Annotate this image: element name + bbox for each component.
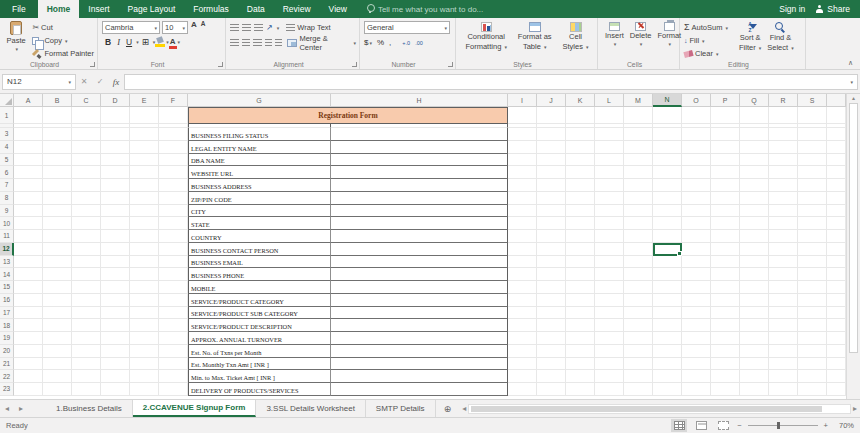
column-header-O[interactable]: O: [682, 94, 711, 107]
cell-N13[interactable]: [653, 256, 682, 269]
cell-J9[interactable]: [537, 205, 566, 218]
cell-I22[interactable]: [508, 370, 537, 383]
cell-E5[interactable]: [130, 154, 159, 167]
share-button[interactable]: Share: [815, 4, 850, 14]
cell-A13[interactable]: [14, 256, 43, 269]
cell-N1[interactable]: [653, 107, 682, 124]
cell-S21[interactable]: [798, 358, 827, 371]
column-header-R[interactable]: R: [769, 94, 798, 107]
hscroll-left-icon[interactable]: ◂: [462, 404, 466, 413]
orientation-button[interactable]: ↗: [266, 23, 273, 32]
cell-L1[interactable]: [595, 107, 624, 124]
cell-R21[interactable]: [769, 358, 798, 371]
cell-R18[interactable]: [769, 319, 798, 332]
tab-home[interactable]: Home: [38, 0, 80, 18]
cell-B19[interactable]: [43, 332, 72, 345]
cell-I13[interactable]: [508, 256, 537, 269]
cell-Q3[interactable]: [740, 128, 769, 141]
column-header-S[interactable]: S: [798, 94, 827, 107]
cell-O22[interactable]: [682, 370, 711, 383]
cell-S20[interactable]: [798, 345, 827, 358]
row-header-15[interactable]: 15: [0, 281, 14, 294]
cell-A23[interactable]: [14, 383, 43, 396]
cell-C8[interactable]: [72, 192, 101, 205]
cell-I6[interactable]: [508, 166, 537, 179]
cell-E11[interactable]: [130, 230, 159, 243]
cell-S23[interactable]: [798, 383, 827, 396]
cell-J15[interactable]: [537, 281, 566, 294]
cell-L3[interactable]: [595, 128, 624, 141]
cell-x14[interactable]: [827, 268, 846, 281]
cell-E7[interactable]: [130, 179, 159, 192]
insert-cells-button[interactable]: Insert ▾: [602, 21, 627, 48]
cell-Q18[interactable]: [740, 319, 769, 332]
cell-C15[interactable]: [72, 281, 101, 294]
cell-R9[interactable]: [769, 205, 798, 218]
cell-S1[interactable]: [798, 107, 827, 124]
cell-H23[interactable]: [331, 383, 508, 396]
name-box-dropdown-icon[interactable]: ▾: [68, 79, 71, 85]
vertical-scroll-thumb[interactable]: [849, 103, 858, 353]
cell-G12[interactable]: BUSINESS CONTACT PERSON: [188, 243, 331, 256]
cell-K4[interactable]: [566, 141, 595, 154]
alignment-dialog-launcher[interactable]: [352, 62, 357, 67]
cell-K6[interactable]: [566, 166, 595, 179]
cell-C16[interactable]: [72, 294, 101, 307]
cell-J1[interactable]: [537, 107, 566, 124]
cell-C9[interactable]: [72, 205, 101, 218]
cell-I12[interactable]: [508, 243, 537, 256]
cell-O3[interactable]: [682, 128, 711, 141]
cell-F10[interactable]: [159, 217, 188, 230]
cell-x7[interactable]: [827, 179, 846, 192]
cell-E8[interactable]: [130, 192, 159, 205]
cell-x17[interactable]: [827, 307, 846, 320]
cell-B6[interactable]: [43, 166, 72, 179]
cell-L12[interactable]: [595, 243, 624, 256]
cell-I4[interactable]: [508, 141, 537, 154]
cell-P20[interactable]: [711, 345, 740, 358]
cell-D6[interactable]: [101, 166, 130, 179]
fill-button[interactable]: ↓ Fill ▾: [684, 34, 736, 47]
cell-I23[interactable]: [508, 383, 537, 396]
cell-L6[interactable]: [595, 166, 624, 179]
cell-A22[interactable]: [14, 370, 43, 383]
increase-indent-icon[interactable]: [275, 39, 282, 46]
cell-J4[interactable]: [537, 141, 566, 154]
cell-I7[interactable]: [508, 179, 537, 192]
row-header-6[interactable]: 6: [0, 166, 14, 179]
cell-F1[interactable]: [159, 107, 188, 124]
cell-H6[interactable]: [331, 166, 508, 179]
cell-A19[interactable]: [14, 332, 43, 345]
cell-D4[interactable]: [101, 141, 130, 154]
format-as-table-button[interactable]: Format as Table ▾: [515, 21, 555, 52]
cell-L8[interactable]: [595, 192, 624, 205]
hscroll-track[interactable]: [468, 404, 851, 414]
cell-D7[interactable]: [101, 179, 130, 192]
cell-Q12[interactable]: [740, 243, 769, 256]
cell-C17[interactable]: [72, 307, 101, 320]
cell-O8[interactable]: [682, 192, 711, 205]
cell-Q7[interactable]: [740, 179, 769, 192]
cell-D3[interactable]: [101, 128, 130, 141]
cell-Q13[interactable]: [740, 256, 769, 269]
font-dialog-launcher[interactable]: [218, 62, 223, 67]
cell-D15[interactable]: [101, 281, 130, 294]
cell-R4[interactable]: [769, 141, 798, 154]
cell-Q23[interactable]: [740, 383, 769, 396]
cell-R3[interactable]: [769, 128, 798, 141]
cell-L18[interactable]: [595, 319, 624, 332]
cell-Q16[interactable]: [740, 294, 769, 307]
column-header-B[interactable]: B: [43, 94, 72, 107]
cell-D16[interactable]: [101, 294, 130, 307]
row-header-11[interactable]: 11: [0, 230, 14, 243]
sheet-tab-ccavenue-signup-form[interactable]: 2.CCAVENUE Signup Form: [133, 400, 257, 417]
cell-A11[interactable]: [14, 230, 43, 243]
cell-P9[interactable]: [711, 205, 740, 218]
cell-N8[interactable]: [653, 192, 682, 205]
cell-E9[interactable]: [130, 205, 159, 218]
cell-N6[interactable]: [653, 166, 682, 179]
cell-Q10[interactable]: [740, 217, 769, 230]
cell-O14[interactable]: [682, 268, 711, 281]
cell-J13[interactable]: [537, 256, 566, 269]
cell-J22[interactable]: [537, 370, 566, 383]
